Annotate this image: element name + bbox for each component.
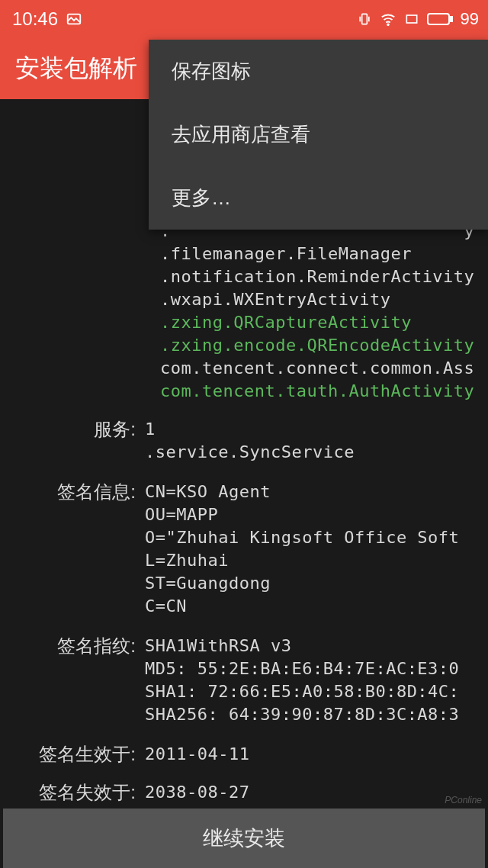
row-valid-from: 签名生效于: 2011-04-11 — [0, 738, 488, 770]
app-title: 安装包解析 — [15, 52, 137, 85]
activity-line: .zxing.QRCaptureActivity — [160, 311, 488, 334]
battery-icon — [427, 12, 453, 26]
activity-line: com.tencent.connect.common.Ass — [160, 357, 488, 380]
install-button[interactable]: 继续安装 — [3, 809, 485, 868]
svg-rect-3 — [406, 15, 416, 23]
svg-rect-4 — [428, 14, 449, 24]
valid-from-label: 签名生效于: — [0, 743, 145, 766]
status-right: 99 — [357, 9, 479, 29]
activity-line: .notification.ReminderActivity — [160, 265, 488, 288]
valid-from-value: 2011-04-11 — [145, 743, 488, 766]
svg-point-2 — [387, 24, 389, 25]
wifi-icon — [380, 11, 396, 27]
svg-rect-1 — [361, 14, 367, 24]
popup-menu: 保存图标 去应用商店查看 更多… — [149, 40, 488, 230]
image-icon — [66, 11, 82, 27]
status-time: 10:46 — [12, 8, 58, 30]
battery-percent: 99 — [461, 9, 479, 29]
service-label: 服务: — [0, 418, 145, 441]
row-fingerprint: 签名指纹: SHA1WithRSA v3 MD5: 55:2E:BA:E6:B4… — [0, 630, 488, 731]
menu-more[interactable]: 更多… — [149, 166, 488, 230]
activity-line: .wxapi.WXEntryActivity — [160, 288, 488, 311]
service-value: 1 .service.SyncService — [145, 418, 488, 464]
menu-save-icon[interactable]: 保存图标 — [149, 40, 488, 103]
activity-line: .zxing.encode.QREncodeActivity — [160, 334, 488, 357]
valid-to-value: 2038-08-27 — [145, 781, 488, 804]
activity-line: .filemanager.FileManager — [160, 243, 488, 265]
vibrate-icon — [357, 11, 372, 27]
fingerprint-value: SHA1WithRSA v3 MD5: 55:2E:BA:E6:B4:7E:AC… — [145, 635, 488, 726]
menu-go-store[interactable]: 去应用商店查看 — [149, 103, 488, 166]
install-button-label: 继续安装 — [203, 825, 285, 852]
status-bar: 10:46 99 — [0, 0, 488, 38]
row-sign-info: 签名信息: CN=KSO Agent OU=MAPP O="Zhuhai Kin… — [0, 476, 488, 622]
svg-rect-5 — [450, 17, 452, 21]
row-service: 服务: 1 .service.SyncService — [0, 413, 488, 468]
watermark: PConline — [445, 795, 482, 805]
sign-info-label: 签名信息: — [0, 481, 145, 503]
sign-info-value: CN=KSO Agent OU=MAPP O="Zhuhai Kingsoft … — [145, 481, 488, 618]
fingerprint-label: 签名指纹: — [0, 635, 145, 657]
window-icon — [404, 11, 419, 27]
activity-line: com.tencent.tauth.AuthActivity — [160, 380, 488, 403]
row-valid-to: 签名失效于: 2038-08-27 — [0, 776, 488, 809]
status-left: 10:46 — [12, 8, 82, 30]
valid-to-label: 签名失效于: — [0, 781, 145, 804]
